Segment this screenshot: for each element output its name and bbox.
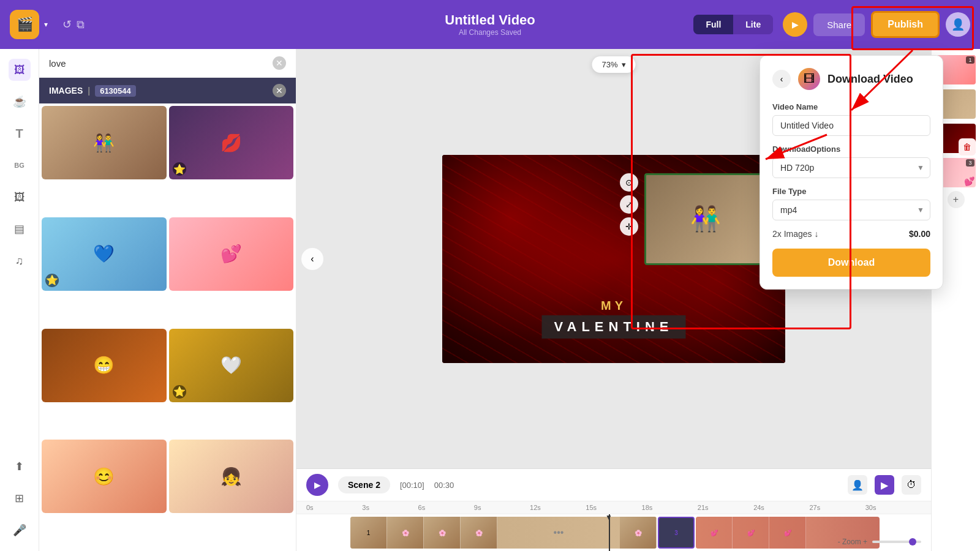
sidebar-item-upload[interactable]: ⬆	[9, 455, 31, 478]
modal-icon: 🎞	[798, 68, 820, 90]
frame-content: 👫	[690, 204, 721, 233]
zoom-slider[interactable]	[872, 541, 921, 543]
canvas-frame[interactable]: 👫	[644, 173, 767, 265]
timeline-controls: ▶ Scene 2 [00:10] 00:30 👤 ▶ ⏱	[296, 469, 931, 501]
view-full-button[interactable]: Full	[693, 15, 733, 34]
zoom-bar: 73% ▾	[592, 56, 635, 73]
right-add-button[interactable]: +	[948, 191, 965, 208]
logo-icon: 🎬	[10, 10, 39, 39]
canvas-title-area: MY VALENTINE	[541, 299, 685, 339]
ruler-18s: 18s	[642, 504, 698, 511]
sidebar-item-image[interactable]: 🖼	[9, 186, 31, 208]
modal-video-name-label: Video Name	[772, 102, 930, 111]
sidebar-item-apps[interactable]: ⊞	[9, 487, 31, 509]
ruler-12s: 12s	[530, 504, 586, 511]
right-thumb-4-hearts: 💕	[964, 176, 974, 186]
video-title: Untitled Video	[445, 12, 535, 28]
modal-options-label: DownloadOptions	[772, 144, 930, 154]
clip-3-thumb-2: 💕	[733, 517, 769, 549]
share-button[interactable]: Share	[813, 13, 865, 36]
modal-download-button[interactable]: Download	[772, 249, 930, 277]
timeline-video-button[interactable]: ▶	[875, 475, 894, 495]
canvas-prev-button[interactable]: ‹	[301, 248, 323, 270]
modal-video-name-input[interactable]	[772, 115, 930, 136]
timeline-icons: 👤 ▶ ⏱	[848, 475, 921, 495]
modal-back-button[interactable]: ‹	[772, 70, 791, 88]
image-thumbnail-7: 😊	[42, 440, 167, 513]
modal-header: ‹ 🎞 Download Video	[772, 68, 930, 90]
right-delete-button[interactable]: 🗑	[959, 138, 976, 156]
undo-button[interactable]: ↺	[62, 18, 72, 31]
adjust-tool-button[interactable]: ⊙	[620, 173, 638, 192]
sidebar-item-elements[interactable]: ☕	[9, 91, 31, 113]
image-item-6[interactable]: 🤍 ⭐	[169, 329, 294, 402]
clip-1-thumb-5: 🌸	[620, 517, 657, 549]
modal-title: Download Video	[827, 73, 913, 86]
view-toggle: Full Lite	[693, 15, 773, 34]
sidebar-item-audio[interactable]: ♫	[9, 250, 31, 272]
zoom-control: - Zoom +	[838, 538, 921, 546]
save-status: All Changes Saved	[445, 28, 535, 37]
clip-3-thumb-3: 💕	[769, 517, 806, 549]
modal-file-type-select[interactable]: mp4 mov gif	[772, 200, 930, 220]
timeline-clips: 1 🌸 🌸 🌸 ••• 🌸 3 💕 💕 💕	[296, 514, 931, 551]
avatar: 👤	[946, 12, 970, 37]
image-item-8[interactable]: 👧	[169, 440, 294, 513]
zoom-dropdown-icon[interactable]: ▾	[622, 60, 626, 69]
images-bar: IMAGES | 6130544 ✕	[39, 78, 296, 103]
image-item-3[interactable]: 💙 ⭐	[42, 217, 167, 291]
sidebar-item-bg[interactable]: BG	[9, 154, 31, 176]
play-button[interactable]: ▶	[783, 12, 807, 37]
sidebar-icons: 🖼 ☕ T BG 🖼 ▤ ♫ ⬆ ⊞ 🎤	[0, 49, 39, 551]
canvas-title-my: MY	[541, 299, 685, 313]
right-thumb-4-badge: 3	[966, 159, 974, 167]
image-item-1[interactable]: 👫	[42, 106, 167, 179]
timeline-track: 1 🌸 🌸 🌸 ••• 🌸 3 💕 💕 💕	[296, 514, 931, 551]
clip-2[interactable]: 3	[658, 517, 695, 549]
timeline-playhead[interactable]	[609, 514, 610, 551]
sidebar-item-media[interactable]: 🖼	[9, 59, 31, 81]
modal-pricing: 2x Images ↓ $0.00	[772, 229, 930, 239]
image-item-4[interactable]: 💕	[169, 217, 294, 291]
image-thumbnail-3: 💙	[42, 217, 167, 291]
sidebar-item-mic[interactable]: 🎤	[9, 519, 31, 541]
image-thumbnail-2: 💋	[169, 106, 294, 179]
view-lite-button[interactable]: Lite	[733, 15, 773, 34]
logo-dropdown-icon[interactable]: ▾	[44, 20, 48, 29]
clip-1-thumb-1: 1	[350, 517, 387, 549]
clip-1-thumb-2: 🌸	[387, 517, 424, 549]
sidebar-item-scenes[interactable]: ▤	[9, 218, 31, 240]
zoom-thumb	[909, 538, 916, 545]
publish-button[interactable]: Publish	[871, 11, 940, 38]
ruler-24s: 24s	[753, 504, 809, 511]
timeline-area: ▶ Scene 2 [00:10] 00:30 👤 ▶ ⏱ 0s 3s 6s 9…	[296, 468, 931, 551]
clip-1-thumb-3: 🌸	[424, 517, 461, 549]
timeline-avatar-button[interactable]: 👤	[848, 475, 867, 495]
sidebar-item-text[interactable]: T	[9, 122, 31, 144]
clip-3-thumb-1: 💕	[696, 517, 733, 549]
images-label: IMAGES	[49, 86, 83, 96]
ruler-0s: 0s	[306, 504, 362, 511]
modal-options-select[interactable]: HD 720p Full HD 1080p 4K	[772, 157, 930, 178]
resize-tool-button[interactable]: ⤢	[620, 195, 638, 214]
download-modal: ‹ 🎞 Download Video Video Name DownloadOp…	[760, 55, 943, 290]
image-thumbnail-4: 💕	[169, 217, 294, 291]
search-clear-button[interactable]: ✕	[273, 56, 286, 70]
image-item-5[interactable]: 😁	[42, 329, 167, 402]
move-tool-button[interactable]: ✛	[620, 217, 638, 236]
timeline-clock-button[interactable]: ⏱	[902, 475, 921, 495]
clip-1-dots: •••	[554, 527, 564, 538]
timeline-scene-label: Scene 2	[338, 476, 390, 493]
images-bar-close-button[interactable]: ✕	[273, 84, 286, 97]
modal-pricing-label: 2x Images ↓	[772, 229, 818, 239]
zoom-label: - Zoom +	[838, 538, 867, 546]
canvas-title-valentine: VALENTINE	[541, 315, 685, 339]
copy-button[interactable]: ⧉	[77, 18, 85, 31]
image-badge-2: ⭐	[173, 162, 186, 176]
search-input[interactable]	[49, 58, 268, 69]
timeline-play-button[interactable]: ▶	[306, 474, 328, 496]
image-item-2[interactable]: 💋 ⭐	[169, 106, 294, 179]
modal-pricing-price: $0.00	[909, 229, 930, 239]
image-item-7[interactable]: 😊	[42, 440, 167, 513]
ruler-9s: 9s	[474, 504, 530, 511]
